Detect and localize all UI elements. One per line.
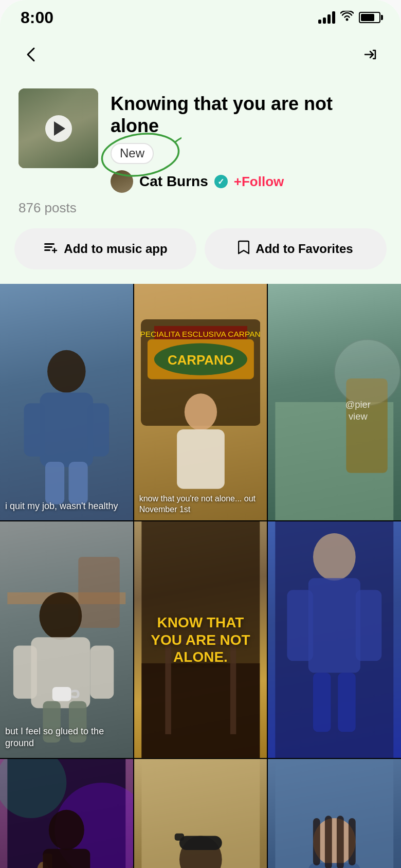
play-button[interactable]: [45, 115, 72, 142]
svg-text:CARPANO: CARPANO: [168, 353, 234, 367]
new-badge: New: [111, 143, 154, 164]
video-caption-1: i quit my job, wasn't healthy: [5, 500, 128, 512]
action-buttons: Add to music app Add to Favorites: [0, 228, 401, 284]
svg-rect-3: [44, 246, 52, 248]
artist-name[interactable]: Cat Burns: [139, 173, 208, 190]
video-cell-4[interactable]: but I feel so glued to the ground: [0, 521, 133, 758]
svg-rect-11: [45, 462, 64, 504]
svg-rect-69: [349, 818, 356, 865]
svg-rect-46: [338, 673, 356, 732]
add-to-music-button[interactable]: Add to music app: [14, 228, 196, 269]
status-bar: 8:00: [0, 0, 401, 31]
svg-text:@pier: @pier: [345, 400, 371, 410]
video-cell-5[interactable]: KNOW THATYOU ARE NOTALONE.: [134, 521, 267, 758]
video-cell-6[interactable]: [268, 521, 401, 758]
phone-frame: 8:00: [0, 0, 401, 868]
add-to-music-label: Add to music app: [64, 242, 167, 256]
svg-point-53: [49, 810, 84, 850]
svg-rect-71: [337, 816, 344, 868]
add-to-favorites-button[interactable]: Add to Favorites: [205, 228, 387, 269]
bookmark-icon: [238, 240, 249, 258]
status-icons: [318, 11, 380, 24]
svg-point-28: [39, 592, 82, 640]
svg-rect-43: [287, 590, 314, 661]
svg-rect-2: [44, 243, 54, 245]
svg-rect-20: [177, 429, 225, 489]
signal-icon: [318, 11, 335, 24]
svg-rect-8: [40, 393, 93, 467]
song-title-text: Knowing that you are not alone: [111, 93, 382, 137]
svg-rect-45: [313, 673, 331, 732]
svg-rect-42: [308, 578, 360, 673]
song-title: Knowing that you are not alone New: [111, 93, 382, 162]
video-cell-1[interactable]: i quit my job, wasn't healthy: [0, 284, 133, 520]
svg-text:view: view: [349, 411, 368, 422]
verified-icon: ✓: [217, 177, 224, 187]
battery-icon: [359, 12, 380, 23]
wifi-icon: [340, 11, 354, 24]
video-cell-2[interactable]: CARPANO SPECIALITA ESCLUSIVA CARPANO kno…: [134, 284, 267, 520]
status-time: 8:00: [21, 8, 53, 27]
video-cell-3[interactable]: @pier view: [268, 284, 401, 520]
video-caption-5: KNOW THATYOU ARE NOTALONE.: [151, 614, 250, 666]
svg-rect-70: [325, 816, 332, 868]
share-button[interactable]: [356, 41, 382, 68]
new-badge-wrapper: New: [111, 141, 154, 162]
svg-rect-10: [88, 403, 109, 456]
song-thumbnail[interactable]: [19, 88, 98, 168]
video-cell-7[interactable]: [0, 759, 133, 868]
svg-rect-31: [90, 645, 114, 698]
svg-rect-9: [24, 403, 45, 456]
svg-point-7: [47, 350, 85, 393]
svg-rect-30: [13, 645, 37, 698]
svg-rect-36: [141, 663, 260, 758]
svg-point-41: [313, 533, 356, 581]
video-caption-2: know that you're not alone... out Novemb…: [139, 494, 262, 515]
artist-row: Cat Burns ✓ +Follow: [111, 170, 382, 193]
video-caption-4: but I feel so glued to the ground: [5, 726, 128, 750]
svg-rect-12: [68, 462, 87, 504]
svg-rect-32: [52, 687, 71, 701]
add-to-music-icon: [43, 241, 58, 257]
verified-badge: ✓: [214, 175, 228, 188]
svg-point-23: [335, 339, 401, 406]
back-button[interactable]: [19, 41, 45, 68]
posts-count: 876 posts: [0, 193, 401, 228]
svg-rect-27: [78, 557, 119, 628]
video-cell-8[interactable]: [134, 759, 267, 868]
svg-point-19: [184, 393, 216, 430]
follow-button[interactable]: +Follow: [234, 174, 284, 190]
svg-rect-44: [356, 590, 382, 661]
artist-avatar: [111, 170, 133, 193]
svg-rect-68: [313, 818, 320, 865]
svg-rect-59: [174, 834, 184, 841]
svg-rect-58: [179, 836, 222, 850]
svg-point-0: [346, 19, 349, 21]
svg-text:SPECIALITA ESCLUSIVA CARPANO: SPECIALITA ESCLUSIVA CARPANO: [141, 330, 261, 338]
add-to-favorites-label: Add to Favorites: [256, 242, 353, 256]
video-grid: i quit my job, wasn't healthy CARPANO SP…: [0, 284, 401, 868]
song-details: Knowing that you are not alone New Cat B…: [111, 88, 382, 193]
svg-rect-4: [44, 249, 50, 251]
svg-rect-54: [43, 849, 90, 868]
video-cell-9[interactable]: [268, 759, 401, 868]
song-info-section: Knowing that you are not alone New Cat B…: [0, 78, 401, 193]
top-navigation: [0, 31, 401, 78]
play-icon: [54, 121, 65, 136]
